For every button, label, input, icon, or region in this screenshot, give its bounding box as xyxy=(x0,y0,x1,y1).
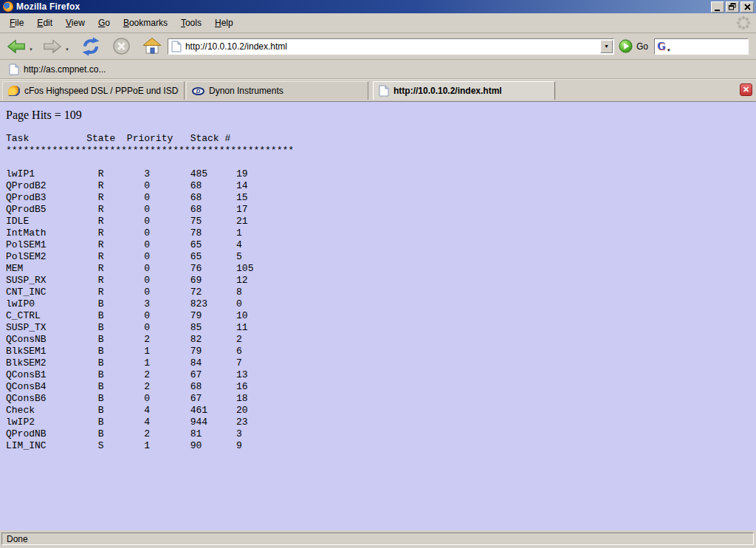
go-icon[interactable] xyxy=(619,39,633,53)
restore-button[interactable] xyxy=(726,1,739,13)
bookmark-label: http://as.cmpnet.co... xyxy=(24,64,106,75)
menu-file[interactable]: File xyxy=(3,15,30,31)
firefox-window: Mozilla Firefox File Edit View Go Bookma… xyxy=(0,0,756,548)
page-icon xyxy=(171,41,182,52)
menubar: File Edit View Go Bookmarks Tools Help xyxy=(0,13,756,33)
url-input[interactable] xyxy=(185,41,600,52)
close-tab-button[interactable]: ✕ xyxy=(740,83,752,96)
menu-bookmarks[interactable]: Bookmarks xyxy=(117,15,174,31)
page-hits-text: Page Hits = 109 xyxy=(6,109,750,122)
task-table: Task State Priority Stack # ************… xyxy=(6,133,750,452)
status-text: Done xyxy=(7,534,28,544)
status-bar: Done xyxy=(0,530,756,548)
close-window-button[interactable] xyxy=(740,1,754,13)
menu-view[interactable]: View xyxy=(59,15,92,31)
bookmarks-toolbar: http://as.cmpnet.co... xyxy=(0,60,756,79)
tab-index-html[interactable]: http://10.0.10.2/index.html xyxy=(373,81,555,100)
page-content: Page Hits = 109 Task State Priority Stac… xyxy=(0,101,756,530)
location-bar[interactable]: ▼ xyxy=(168,38,614,55)
forward-button[interactable] xyxy=(41,36,64,57)
search-input[interactable] xyxy=(671,41,756,52)
menu-go[interactable]: Go xyxy=(92,15,117,31)
forward-dropdown-icon[interactable]: ▼ xyxy=(65,47,69,52)
titlebar: Mozilla Firefox xyxy=(0,0,756,13)
menu-edit[interactable]: Edit xyxy=(30,15,59,31)
page-icon xyxy=(379,85,389,97)
reload-button[interactable] xyxy=(80,35,102,58)
tab-dynon[interactable]: D Dynon Instruments xyxy=(186,81,368,100)
back-button[interactable] xyxy=(4,36,28,57)
minimize-button[interactable] xyxy=(711,1,724,13)
tab-cfos[interactable]: cFos Highspeed DSL / PPPoE und ISDN CAP.… xyxy=(2,81,185,100)
url-dropdown-button[interactable]: ▼ xyxy=(600,40,613,53)
go-button[interactable]: Go xyxy=(636,41,648,52)
firefox-logo-icon xyxy=(3,1,13,12)
back-dropdown-icon[interactable]: ▼ xyxy=(29,47,33,52)
throbber-icon xyxy=(735,15,752,34)
google-engine-icon[interactable]: G xyxy=(657,41,666,52)
tab-bar: cFos Highspeed DSL / PPPoE und ISDN CAP.… xyxy=(0,79,756,101)
cfos-favicon-icon xyxy=(8,86,20,96)
navigation-toolbar: ▼ ▼ xyxy=(0,33,756,60)
dynon-favicon-icon: D xyxy=(192,87,205,95)
page-icon xyxy=(9,64,19,75)
stop-button[interactable] xyxy=(111,35,132,57)
window-title: Mozilla Firefox xyxy=(16,1,80,12)
home-button[interactable] xyxy=(141,35,163,57)
bookmark-item[interactable]: http://as.cmpnet.co... xyxy=(6,62,109,77)
search-box[interactable]: G ▼ xyxy=(654,38,749,55)
menu-tools[interactable]: Tools xyxy=(174,15,208,31)
menu-help[interactable]: Help xyxy=(208,15,240,31)
